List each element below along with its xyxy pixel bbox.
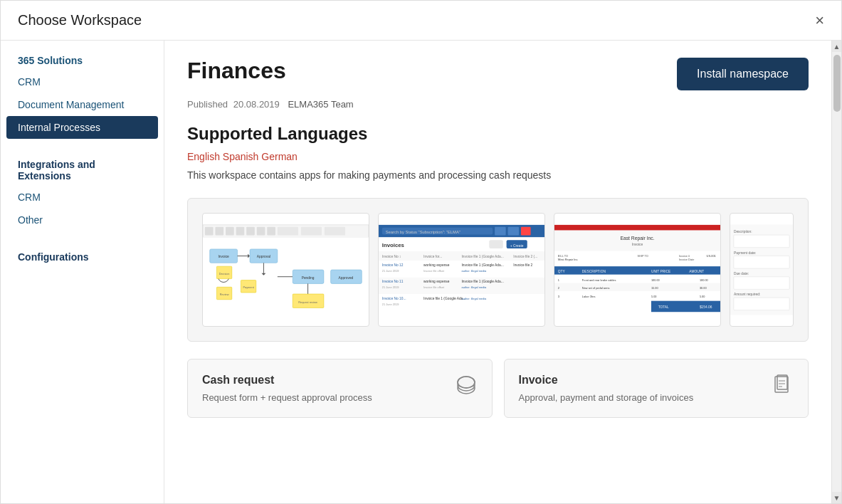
svg-text:15.00: 15.00 <box>651 286 658 290</box>
svg-rect-1 <box>205 227 214 236</box>
invoices-list-svg: Search by Status "Subscription": "ELMA" … <box>379 214 544 326</box>
svg-text:5.00: 5.00 <box>700 295 705 298</box>
svg-text:author: illegal media: author: illegal media <box>462 269 488 273</box>
svg-text:21 June 2019: 21 June 2019 <box>382 285 399 289</box>
svg-text:UNIT PRICE: UNIT PRICE <box>651 270 671 273</box>
app-cards: Cash request Request form + request appr… <box>187 359 809 418</box>
svg-rect-10 <box>325 227 345 236</box>
svg-text:Approval: Approval <box>257 255 270 258</box>
app-card-cash-request-info: Cash request Request form + request appr… <box>202 374 372 403</box>
scrollbar-up-button[interactable]: ▲ <box>832 41 841 52</box>
sidebar-item-crm-2[interactable]: CRM <box>1 186 164 209</box>
svg-text:Labor 3hrs: Labor 3hrs <box>582 295 596 298</box>
svg-rect-89 <box>554 275 720 283</box>
svg-text:QTY: QTY <box>558 270 566 273</box>
scrollbar-down-button[interactable]: ▼ <box>832 492 841 503</box>
languages: English Spanish German <box>187 151 809 162</box>
form-svg: Description: Payment date: Due date: Amo… <box>730 214 793 326</box>
svg-rect-115 <box>734 298 789 310</box>
svg-text:$154.06: $154.06 <box>700 305 712 309</box>
modal-container: Choose Workspace × 365 Solutions CRM Doc… <box>0 0 842 504</box>
workspace-title: Finances <box>187 58 286 84</box>
svg-rect-113 <box>734 277 789 290</box>
svg-rect-3 <box>226 227 234 236</box>
svg-text:author: illegal media: author: illegal media <box>462 297 488 300</box>
svg-text:Description:: Description: <box>734 230 752 233</box>
published-date: 20.08.2019 <box>233 99 280 110</box>
svg-rect-4 <box>236 227 245 236</box>
author-name: ELMA365 Team <box>288 99 353 110</box>
published-info: Published 20.08.2019 ELMA365 Team <box>187 99 809 110</box>
svg-text:Front and rear brake cables: Front and rear brake cables <box>582 278 616 282</box>
svg-text:Invoice file offset: Invoice file offset <box>423 285 445 289</box>
app-card-invoice: Invoice Approval, payment and storage of… <box>504 359 809 418</box>
svg-text:Approved: Approved <box>339 276 354 280</box>
scrollbar-thumb[interactable] <box>833 55 841 112</box>
svg-text:Invoice Date: Invoice Date <box>679 258 695 261</box>
svg-text:100.00: 100.00 <box>700 278 708 282</box>
sidebar-item-crm-1[interactable]: CRM <box>1 70 164 93</box>
app-card-invoice-desc: Approval, payment and storage of invoice… <box>519 392 694 403</box>
svg-text:Pending: Pending <box>302 276 315 280</box>
app-card-invoice-name: Invoice <box>519 374 694 387</box>
svg-rect-94 <box>554 283 720 291</box>
svg-text:AMOUNT: AMOUNT <box>689 270 704 273</box>
svg-text:Invoice: Invoice <box>632 243 643 246</box>
content-header: Finances Install namespace <box>187 58 809 90</box>
svg-rect-6 <box>257 227 265 236</box>
svg-text:Review: Review <box>220 293 229 296</box>
svg-rect-7 <box>267 227 275 236</box>
svg-text:21 June 2019: 21 June 2019 <box>382 303 399 306</box>
svg-text:SHIP TO: SHIP TO <box>638 254 648 258</box>
svg-rect-44 <box>489 240 502 248</box>
svg-rect-39 <box>508 227 520 236</box>
close-button[interactable]: × <box>815 13 824 28</box>
modal-header: Choose Workspace × <box>1 1 841 41</box>
workspace-description: This workspace contains apps for making … <box>187 169 809 181</box>
sidebar-item-internal-processes[interactable]: Internal Processes <box>6 116 158 139</box>
supported-languages-title: Supported Languages <box>187 124 809 144</box>
svg-text:5.00: 5.00 <box>651 295 657 298</box>
svg-text:Invoice file 1 (Google Ada...: Invoice file 1 (Google Ada... <box>462 263 504 267</box>
svg-text:Request review: Request review <box>298 300 317 304</box>
svg-text:Invoice file offset: Invoice file offset <box>423 269 445 273</box>
svg-rect-8 <box>278 227 298 236</box>
svg-text:Invoice #: Invoice # <box>679 254 690 258</box>
svg-text:author: illegal media: author: illegal media <box>462 285 488 289</box>
process-diagram-svg: Invoice Approval <box>203 214 369 326</box>
install-namespace-button[interactable]: Install namespace <box>677 58 809 90</box>
modal-body: 365 Solutions CRM Document Management In… <box>1 41 841 503</box>
app-card-cash-request-name: Cash request <box>202 374 372 387</box>
svg-text:Invoice No 11: Invoice No 11 <box>382 280 404 283</box>
svg-rect-109 <box>734 235 789 248</box>
svg-rect-41 <box>532 227 542 236</box>
invoice-icon <box>771 374 794 401</box>
svg-rect-121 <box>777 375 787 389</box>
svg-text:Payment date:: Payment date: <box>734 251 756 255</box>
svg-text:Invoice No 12: Invoice No 12 <box>382 263 404 267</box>
svg-text:Invoice for...: Invoice for... <box>423 255 442 258</box>
svg-text:Payment: Payment <box>243 285 254 289</box>
sidebar: 365 Solutions CRM Document Management In… <box>1 41 164 503</box>
svg-rect-5 <box>246 227 255 236</box>
invoice-detail-svg: East Repair Inc. Invoice BILL TO West Re… <box>554 214 720 326</box>
svg-rect-40 <box>521 227 531 236</box>
svg-rect-111 <box>734 256 789 268</box>
svg-text:Search by Status "Subscription: Search by Status "Subscription": "ELMA" <box>386 230 461 234</box>
svg-text:DESCRIPTION: DESCRIPTION <box>582 270 606 273</box>
app-card-invoice-info: Invoice Approval, payment and storage of… <box>519 374 694 403</box>
svg-text:21 June 2019: 21 June 2019 <box>382 269 399 273</box>
screenshot-invoice-detail: East Repair Inc. Invoice BILL TO West Re… <box>554 213 721 327</box>
sidebar-section-header-365[interactable]: 365 Solutions <box>1 52 164 70</box>
svg-text:Invoice file 1 (Google Ada...: Invoice file 1 (Google Ada... <box>462 255 504 258</box>
published-label: Published <box>187 99 228 110</box>
svg-rect-38 <box>495 227 506 236</box>
svg-text:Amount required:: Amount required: <box>734 293 760 296</box>
sidebar-item-document-management[interactable]: Document Management <box>1 93 164 116</box>
svg-text:3: 3 <box>558 295 559 298</box>
svg-text:New set of pedal arms: New set of pedal arms <box>582 286 610 290</box>
svg-text:Due date:: Due date: <box>734 272 749 275</box>
right-scrollbar: ▲ ▼ <box>831 41 841 503</box>
sidebar-item-other[interactable]: Other <box>1 209 164 231</box>
screenshot-process-diagram: Invoice Approval <box>202 213 369 327</box>
